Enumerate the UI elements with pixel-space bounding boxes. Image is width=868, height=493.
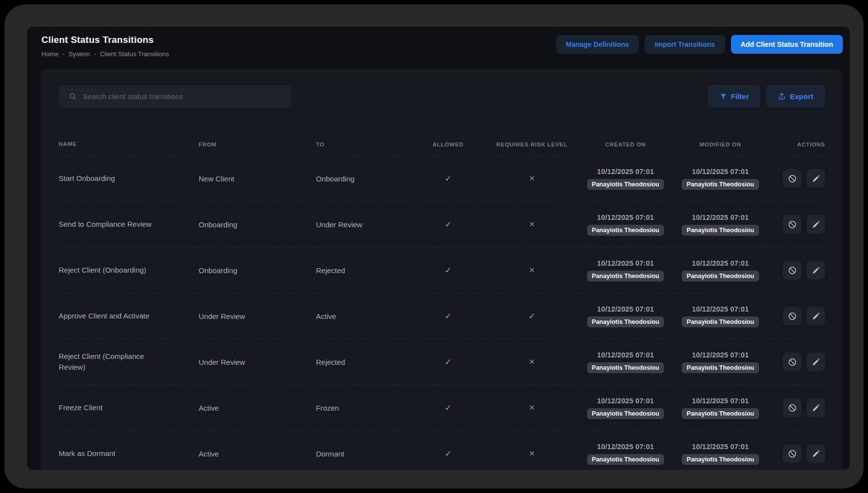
edit-transition-button[interactable]	[806, 215, 825, 234]
breadcrumb-separator: -	[63, 50, 65, 58]
table-row: Approve Client and Activate Under Review…	[59, 293, 825, 339]
disable-transition-button[interactable]	[783, 398, 801, 417]
created-on-date: 10/12/2025 07:01	[576, 397, 675, 405]
disable-transition-button[interactable]	[783, 307, 801, 325]
export-label: Export	[790, 92, 813, 101]
created-on-cell: 10/12/2025 07:01 Panayiotis Theodosiou	[576, 397, 675, 419]
created-by-badge: Panayiotis Theodosiou	[587, 179, 664, 190]
add-client-status-transition-button[interactable]: Add Client Status Transition	[731, 35, 843, 54]
edit-transition-button[interactable]	[806, 444, 825, 463]
column-header-to: TO	[316, 141, 409, 147]
x-icon: ✕	[529, 357, 535, 366]
check-icon: ✓	[445, 449, 451, 458]
search-input[interactable]	[83, 92, 284, 101]
modified-by-badge: Panayiotis Theodosiou	[682, 317, 759, 327]
header-buttons: Manage Definitions Import Transitions Ad…	[556, 35, 843, 54]
disable-transition-button[interactable]	[783, 444, 801, 463]
from-status: Under Review	[199, 358, 316, 366]
edit-transition-button[interactable]	[806, 352, 825, 371]
breadcrumb-separator: -	[94, 50, 96, 58]
actions-cell	[766, 398, 825, 417]
import-transitions-button[interactable]: Import Transitions	[645, 35, 725, 54]
requires-risk-level-cell: ✕	[487, 357, 576, 366]
modified-on-date: 10/12/2025 07:01	[675, 259, 766, 267]
edit-transition-button[interactable]	[806, 261, 825, 280]
modified-on-date: 10/12/2025 07:01	[675, 443, 766, 451]
disable-transition-button[interactable]	[783, 352, 801, 371]
ban-icon	[788, 357, 797, 367]
ban-icon	[788, 403, 797, 413]
modified-on-date: 10/12/2025 07:01	[675, 397, 766, 405]
column-header-modified-on: MODIFIED ON	[675, 141, 766, 147]
disable-transition-button[interactable]	[783, 169, 801, 188]
created-on-cell: 10/12/2025 07:01 Panayiotis Theodosiou	[576, 351, 675, 373]
transition-name: Send to Compliance Review	[59, 219, 199, 230]
table-body: Start Onboarding New Client Onboarding ✓…	[59, 156, 825, 470]
created-by-badge: Panayiotis Theodosiou	[587, 271, 664, 282]
modified-by-badge: Panayiotis Theodosiou	[682, 408, 759, 419]
ban-icon	[788, 312, 797, 321]
disable-transition-button[interactable]	[783, 261, 801, 280]
search-box[interactable]	[59, 85, 291, 107]
modified-by-badge: Panayiotis Theodosiou	[682, 362, 759, 373]
created-by-badge: Panayiotis Theodosiou	[587, 362, 664, 373]
check-icon: ✓	[445, 220, 451, 229]
modified-on-cell: 10/12/2025 07:01 Panayiotis Theodosiou	[675, 259, 766, 282]
created-on-cell: 10/12/2025 07:01 Panayiotis Theodosiou	[576, 213, 675, 236]
breadcrumb-system[interactable]: System	[69, 50, 90, 58]
allowed-cell: ✓	[409, 219, 487, 230]
modified-by-badge: Panayiotis Theodosiou	[682, 225, 759, 236]
ban-icon	[788, 174, 797, 183]
to-status: Rejected	[316, 266, 409, 275]
to-status: Onboarding	[316, 175, 409, 183]
breadcrumb-home[interactable]: Home	[41, 50, 59, 58]
column-header-name: NAME	[59, 140, 199, 148]
x-icon: ✕	[529, 449, 535, 458]
created-on-date: 10/12/2025 07:01	[576, 305, 675, 313]
created-by-badge: Panayiotis Theodosiou	[587, 317, 664, 327]
from-status: Active	[199, 450, 316, 458]
check-icon: ✓	[445, 403, 451, 413]
created-by-badge: Panayiotis Theodosiou	[587, 454, 664, 465]
requires-risk-level-cell: ✕	[487, 174, 576, 183]
to-status: Under Review	[316, 220, 409, 229]
modified-on-cell: 10/12/2025 07:01 Panayiotis Theodosiou	[675, 351, 766, 373]
created-on-date: 10/12/2025 07:01	[576, 351, 675, 359]
export-button[interactable]: Export	[766, 85, 825, 107]
page-title: Client Status Transitions	[41, 35, 169, 45]
ban-icon	[788, 449, 797, 458]
pencil-icon	[812, 450, 820, 458]
actions-cell	[766, 307, 825, 325]
from-status: Onboarding	[199, 266, 316, 275]
x-icon: ✕	[529, 174, 535, 182]
column-header-created-on: CREATED ON	[576, 141, 675, 147]
title-block: Client Status Transitions Home - System …	[41, 35, 169, 58]
modified-by-badge: Panayiotis Theodosiou	[682, 179, 759, 190]
transition-name: Mark as Dormant	[59, 448, 199, 459]
allowed-cell: ✓	[409, 174, 487, 184]
filter-button[interactable]: Filter	[708, 85, 761, 107]
manage-definitions-button[interactable]: Manage Definitions	[556, 35, 639, 54]
actions-cell	[766, 261, 825, 280]
allowed-cell: ✓	[409, 403, 487, 413]
breadcrumb-current: Client Status Transitions	[100, 50, 169, 58]
device-frame: Client Status Transitions Home - System …	[4, 4, 864, 489]
actions-cell	[766, 352, 825, 371]
main-content: Client Status Transitions Home - System …	[27, 27, 850, 470]
ban-icon	[788, 266, 797, 275]
requires-risk-level-cell: ✕	[487, 403, 576, 412]
toolbar-right: Filter Export	[708, 85, 825, 107]
created-on-date: 10/12/2025 07:01	[576, 168, 675, 176]
check-icon: ✓	[528, 312, 535, 321]
x-icon: ✕	[529, 266, 535, 274]
edit-transition-button[interactable]	[806, 307, 825, 325]
allowed-cell: ✓	[409, 265, 487, 276]
from-status: New Client	[199, 175, 316, 183]
edit-transition-button[interactable]	[806, 169, 825, 188]
column-header-allowed: ALLOWED	[409, 141, 487, 147]
disable-transition-button[interactable]	[783, 215, 801, 234]
to-status: Active	[316, 312, 409, 320]
created-on-date: 10/12/2025 07:01	[576, 443, 675, 451]
check-icon: ✓	[445, 266, 451, 275]
edit-transition-button[interactable]	[806, 398, 825, 417]
